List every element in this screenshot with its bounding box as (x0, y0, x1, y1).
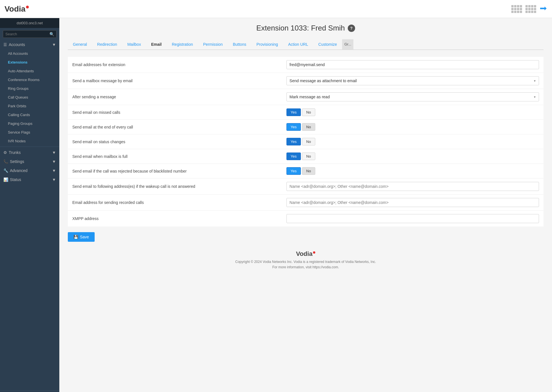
field-label-recorded-calls: Email address for sending recorded calls (68, 195, 282, 211)
trunks-icon: ⚙ (3, 150, 7, 155)
email-addresses-input[interactable] (286, 60, 539, 69)
sidebar-search-wrap: 🔍 (0, 28, 59, 40)
sidebar-divider1 (0, 147, 59, 147)
status-icon: 📊 (3, 177, 8, 182)
status-changes-no-button[interactable]: No (302, 138, 315, 145)
sidebar-item-service-flags[interactable]: Service Flags (0, 128, 59, 137)
email-form: Email addresses for extension Send a mai… (68, 57, 544, 227)
grid-view-icon2[interactable] (525, 5, 536, 13)
blacklisted-no-button[interactable]: No (302, 167, 315, 175)
content-area: Extension 1033: Fred Smih ? General Redi… (59, 18, 552, 392)
chevron-down-icon2: ▼ (52, 150, 56, 155)
sidebar-item-calling-cards[interactable]: Calling Cards (0, 110, 59, 119)
form-row-blacklisted: Send email if the call was rejected beca… (68, 164, 544, 178)
tab-buttons[interactable]: Buttons (228, 39, 251, 50)
tab-more[interactable]: Gr... (342, 39, 354, 50)
tabs-bar: General Redirection Mailbox Email Regist… (68, 39, 544, 50)
status-changes-yesno: Yes No (286, 138, 539, 145)
form-row-end-of-call: Send email at the end of every call Yes … (68, 120, 544, 134)
sidebar-item-ivr-nodes[interactable]: IVR Nodes (0, 137, 59, 145)
field-label-after-sending: After sending a message (68, 89, 282, 105)
xmpp-input[interactable] (286, 214, 539, 223)
blacklisted-yesno: Yes No (286, 167, 539, 175)
field-label-status-changes: Send email on status changes (68, 134, 282, 149)
save-button[interactable]: 💾 Save (68, 232, 95, 242)
field-label-xmpp: XMPP address (68, 211, 282, 227)
sidebar-item-extensions[interactable]: Extensions (0, 58, 59, 67)
sidebar-accounts-header[interactable]: ☰ Accounts ▼ (0, 40, 59, 49)
page-title: Extension 1033: Fred Smih ? (68, 24, 544, 32)
status-changes-yes-button[interactable]: Yes (286, 138, 301, 145)
sidebar-item-paging-groups[interactable]: Paging Groups (0, 119, 59, 128)
sidebar: dst003.onc3.net 🔍 ☰ Accounts ▼ All Accou… (0, 18, 59, 392)
logout-icon[interactable]: ⮕ (540, 4, 547, 14)
wakeup-email-input[interactable] (286, 182, 539, 191)
footer: Vodia Copyright © 2024 Vodia Networks In… (68, 242, 544, 276)
chevron-down-icon5: ▼ (52, 177, 56, 182)
tab-mailbox[interactable]: Mailbox (122, 39, 146, 50)
after-sending-select[interactable]: Mark message as read Keep message as unr… (286, 92, 539, 101)
search-icon: 🔍 (49, 32, 54, 36)
recorded-calls-input[interactable] (286, 198, 539, 207)
advanced-icon: 🔧 (3, 168, 8, 173)
tab-redirection[interactable]: Redirection (92, 39, 122, 50)
form-row-mailbox-full: Send email when mailbox is full Yes No (68, 149, 544, 164)
mailbox-full-no-button[interactable]: No (302, 153, 315, 160)
help-icon[interactable]: ? (348, 25, 355, 32)
search-input[interactable] (3, 30, 56, 38)
grid-view-icon1[interactable] (511, 5, 522, 13)
missed-calls-yesno: Yes No (286, 108, 539, 116)
chevron-down-icon4: ▼ (52, 168, 56, 173)
end-of-call-no-button[interactable]: No (302, 123, 315, 131)
form-row-email: Email addresses for extension (68, 57, 544, 73)
blacklisted-yes-button[interactable]: Yes (286, 167, 301, 175)
missed-calls-yes-button[interactable]: Yes (286, 108, 301, 116)
missed-calls-no-button[interactable]: No (302, 108, 315, 116)
tab-registration[interactable]: Registration (167, 39, 198, 50)
footer-copyright: Copyright © 2024 Vodia Networks Inc. Vod… (235, 259, 376, 270)
tab-permission[interactable]: Permission (198, 39, 228, 50)
mailbox-full-yes-button[interactable]: Yes (286, 153, 301, 160)
sidebar-footer: ◉ 28 (0, 391, 59, 392)
form-row-after-sending: After sending a message Mark message as … (68, 89, 544, 105)
logo: Vodia (5, 5, 29, 14)
tab-action-url[interactable]: Action URL (283, 39, 313, 50)
end-of-call-yesno: Yes No (286, 123, 539, 131)
settings-icon: 📞 (3, 159, 8, 164)
field-label-mailbox-full: Send email when mailbox is full (68, 149, 282, 164)
end-of-call-yes-button[interactable]: Yes (286, 123, 301, 131)
form-row-wakeup: Send email to following address(es) if t… (68, 178, 544, 195)
tab-provisioning[interactable]: Provisioning (251, 39, 283, 50)
sidebar-advanced-header[interactable]: 🔧 Advanced ▼ (0, 166, 59, 175)
field-label-email: Email addresses for extension (68, 57, 282, 73)
tab-general[interactable]: General (68, 39, 92, 50)
list-icon: ☰ (3, 42, 7, 47)
save-icon: 💾 (73, 235, 78, 239)
form-row-recorded-calls: Email address for sending recorded calls (68, 195, 544, 211)
header-icons: ⮕ (511, 4, 547, 14)
field-label-send-mailbox: Send a mailbox message by email (68, 73, 282, 89)
header: Vodia ⮕ (0, 0, 552, 18)
chevron-down-icon3: ▼ (52, 159, 56, 164)
send-mailbox-select[interactable]: Send message as attachment to email Send… (286, 76, 539, 85)
sidebar-domain: dst003.onc3.net (0, 18, 59, 28)
form-row-send-mailbox: Send a mailbox message by email Send mes… (68, 73, 544, 89)
sidebar-item-conference-rooms[interactable]: Conference Rooms (0, 75, 59, 84)
tab-email[interactable]: Email (146, 39, 167, 50)
chevron-down-icon: ▼ (52, 42, 56, 47)
form-row-missed-calls: Send email on missed calls Yes No (68, 105, 544, 120)
logo-text: Vodia (5, 5, 29, 14)
sidebar-item-call-queues[interactable]: Call Queues (0, 93, 59, 102)
field-label-missed-calls: Send email on missed calls (68, 105, 282, 120)
sidebar-status-header[interactable]: 📊 Status ▼ (0, 175, 59, 184)
sidebar-item-all-accounts[interactable]: All Accounts (0, 49, 59, 58)
sidebar-item-auto-attendants[interactable]: Auto Attendants (0, 67, 59, 75)
sidebar-settings-header[interactable]: 📞 Settings ▼ (0, 157, 59, 166)
form-row-status-changes: Send email on status changes Yes No (68, 134, 544, 149)
footer-logo: Vodia (71, 250, 541, 258)
sidebar-item-ring-groups[interactable]: Ring Groups (0, 84, 59, 93)
mailbox-full-yesno: Yes No (286, 153, 539, 160)
sidebar-item-park-orbits[interactable]: Park Orbits (0, 102, 59, 110)
tab-customize[interactable]: Customize (313, 39, 342, 50)
sidebar-trunks-header[interactable]: ⚙ Trunks ▼ (0, 148, 59, 157)
